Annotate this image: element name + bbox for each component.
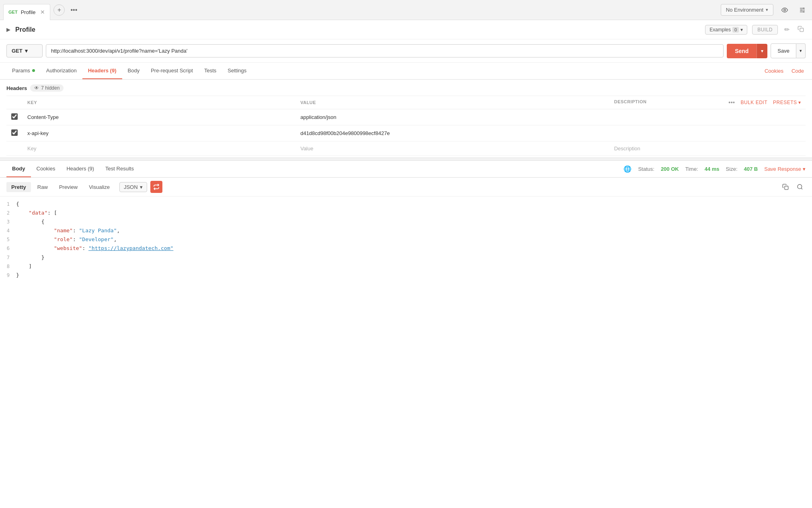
edit-icon[interactable]: ✏ xyxy=(783,24,791,35)
examples-count: 0 xyxy=(732,27,739,33)
section-divider xyxy=(0,158,812,161)
save-group: Save ▾ xyxy=(771,43,806,58)
format-tab-raw[interactable]: Raw xyxy=(33,182,53,192)
format-tab-preview[interactable]: Preview xyxy=(54,182,82,192)
wrap-button[interactable] xyxy=(150,181,162,193)
json-content-2: "data": [ xyxy=(16,209,812,217)
examples-chevron-icon: ▾ xyxy=(740,27,743,33)
request-tabs-row: Params Authorization Headers (9) Body Pr… xyxy=(0,63,812,80)
empty-checkbox-cell xyxy=(6,141,23,156)
json-content-9: } xyxy=(16,271,812,280)
build-button[interactable]: BUILD xyxy=(752,25,778,35)
col-description-header: DESCRIPTION ••• Bulk Edit Presets ▾ xyxy=(609,96,806,109)
tab-params-label: Params xyxy=(12,68,30,74)
format-type-label: JSON xyxy=(124,184,138,190)
url-input[interactable] xyxy=(46,44,724,57)
method-select[interactable]: GET ▾ xyxy=(6,44,43,57)
request-tab[interactable]: GET Profile ✕ xyxy=(3,4,50,20)
response-tabs-row: Body Cookies Headers (9) Test Results 🌐 … xyxy=(0,161,812,178)
bulk-edit-button[interactable]: Bulk Edit xyxy=(740,100,767,105)
row1-checkbox[interactable] xyxy=(11,113,18,120)
expand-arrow-icon[interactable]: ▶ xyxy=(6,27,10,33)
format-tab-pretty[interactable]: Pretty xyxy=(6,182,31,192)
tab-settings[interactable]: Settings xyxy=(222,63,252,79)
tab-params[interactable]: Params xyxy=(6,63,41,79)
headers-panel: Headers 👁 7 hidden KEY VALUE DESCRIPTION… xyxy=(0,80,812,158)
response-tab-body-label: Body xyxy=(12,166,25,172)
env-chevron-icon: ▾ xyxy=(766,7,768,12)
size-label: Size: xyxy=(726,166,738,172)
send-dropdown-button[interactable]: ▾ xyxy=(757,44,767,58)
row2-checkbox[interactable] xyxy=(11,129,18,136)
row1-value-cell: application/json xyxy=(295,109,609,125)
empty-value-placeholder: Value xyxy=(300,145,313,152)
table-row: x-api-key d41d8cd98f00b204e9800998ecf842… xyxy=(6,125,806,141)
json-content-7: } xyxy=(16,253,812,262)
globe-icon[interactable]: 🌐 xyxy=(623,165,632,173)
json-line-4: 4 "name": "Lazy Panda", xyxy=(0,226,812,235)
eye-icon[interactable] xyxy=(778,4,791,16)
response-tab-headers-label: Headers (9) xyxy=(66,166,94,172)
website-link[interactable]: "https://lazypandatech.com" xyxy=(88,245,173,251)
line-num-7: 7 xyxy=(0,254,16,262)
tab-body[interactable]: Body xyxy=(122,63,146,79)
response-tab-test-results-label: Test Results xyxy=(105,166,134,172)
tab-close-icon[interactable]: ✕ xyxy=(40,9,45,15)
json-line-2: 2 "data": [ xyxy=(0,209,812,217)
copy-response-button[interactable] xyxy=(780,181,791,193)
environment-select[interactable]: No Environment ▾ xyxy=(721,4,773,16)
cookies-link[interactable]: Cookies xyxy=(763,63,785,79)
tab-tests[interactable]: Tests xyxy=(199,63,222,79)
save-response-button[interactable]: Save Response ▾ xyxy=(764,166,806,172)
tab-settings-label: Settings xyxy=(228,68,246,74)
response-tab-body[interactable]: Body xyxy=(6,161,31,177)
json-viewer: 1 { 2 "data": [ 3 { xyxy=(0,197,812,283)
settings-icon[interactable] xyxy=(796,4,809,16)
url-row: GET ▾ Send ▾ Save ▾ xyxy=(0,39,812,63)
request-header: ▶ Profile Examples 0 ▾ BUILD ✏ xyxy=(0,20,812,39)
empty-key-cell[interactable]: Key xyxy=(23,141,295,156)
response-tab-cookies[interactable]: Cookies xyxy=(31,161,61,177)
tab-prerequest[interactable]: Pre-request Script xyxy=(145,63,199,79)
code-link[interactable]: Code xyxy=(790,63,806,79)
table-row-empty: Key Value Description xyxy=(6,141,806,156)
empty-value-cell[interactable]: Value xyxy=(295,141,609,156)
search-response-button[interactable] xyxy=(794,181,806,193)
table-dots-icon[interactable]: ••• xyxy=(728,99,735,106)
headers-table-body: Content-Type application/json x-api-key … xyxy=(6,109,806,156)
tab-tests-label: Tests xyxy=(204,68,216,74)
add-tab-button[interactable]: + xyxy=(53,4,65,16)
response-tab-test-results[interactable]: Test Results xyxy=(100,161,139,177)
tab-title: Profile xyxy=(21,9,36,15)
json-line-5: 5 "role": "Developer", xyxy=(0,235,812,244)
save-dropdown-button[interactable]: ▾ xyxy=(796,43,806,58)
status-label: Status: xyxy=(638,166,654,172)
send-button[interactable]: Send xyxy=(727,44,757,58)
presets-button[interactable]: Presets ▾ xyxy=(773,100,801,105)
examples-button[interactable]: Examples 0 ▾ xyxy=(705,25,747,35)
svg-point-9 xyxy=(798,184,802,189)
hidden-badge[interactable]: 👁 7 hidden xyxy=(30,84,64,92)
format-bar: Pretty Raw Preview Visualize JSON ▾ xyxy=(0,178,812,197)
method-chevron-icon: ▾ xyxy=(25,48,28,54)
col-checkbox-header xyxy=(6,96,23,109)
json-response-wrapper: 1 { 2 "data": [ 3 { xyxy=(0,197,812,283)
format-visualize-label: Visualize xyxy=(89,184,110,190)
method-label: GET xyxy=(12,48,23,54)
row2-description-cell xyxy=(609,125,806,141)
response-tab-cookies-label: Cookies xyxy=(37,166,55,172)
save-button[interactable]: Save xyxy=(771,43,796,58)
format-tab-visualize[interactable]: Visualize xyxy=(84,182,115,192)
empty-desc-cell[interactable]: Description xyxy=(609,141,806,156)
copy-icon[interactable] xyxy=(796,24,806,35)
tab-prerequest-label: Pre-request Script xyxy=(151,68,193,74)
response-section: Body Cookies Headers (9) Test Results 🌐 … xyxy=(0,161,812,283)
tab-more-button[interactable]: ••• xyxy=(68,5,80,15)
svg-rect-7 xyxy=(800,28,804,32)
format-type-select[interactable]: JSON ▾ xyxy=(119,182,147,192)
response-tab-headers[interactable]: Headers (9) xyxy=(61,161,100,177)
tab-authorization[interactable]: Authorization xyxy=(41,63,82,79)
tab-bar: GET Profile ✕ + ••• No Environment ▾ xyxy=(0,0,812,20)
format-raw-label: Raw xyxy=(37,184,48,190)
tab-headers[interactable]: Headers (9) xyxy=(82,63,122,79)
